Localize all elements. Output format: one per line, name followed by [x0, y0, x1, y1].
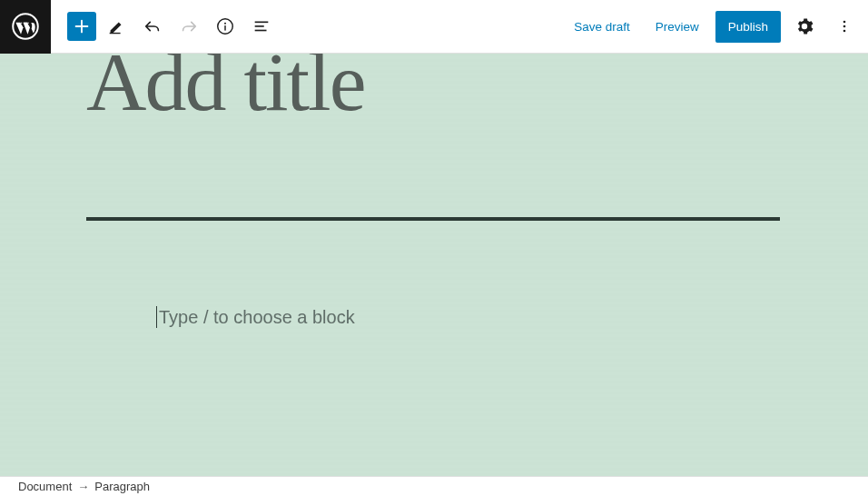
publish-button[interactable]: Publish [715, 11, 781, 43]
wordpress-logo[interactable] [0, 0, 51, 54]
title-divider [86, 217, 780, 221]
redo-button[interactable] [173, 10, 205, 43]
svg-point-9 [843, 25, 846, 28]
save-draft-button[interactable]: Save draft [565, 13, 639, 41]
svg-rect-5 [255, 22, 269, 24]
title-placeholder[interactable]: Add title [86, 54, 365, 130]
preview-button[interactable]: Preview [646, 13, 708, 41]
svg-point-3 [224, 23, 226, 25]
tools-button[interactable] [100, 10, 133, 43]
editor-canvas[interactable]: Add title Type / to choose a block [0, 54, 868, 476]
info-button[interactable] [209, 10, 242, 43]
paragraph-block[interactable]: Type / to choose a block [156, 306, 355, 328]
breadcrumb: Document → Paragraph [0, 476, 868, 496]
block-placeholder-text: Type / to choose a block [159, 307, 355, 328]
kebab-icon [835, 17, 853, 35]
info-icon [215, 16, 235, 36]
redo-icon [179, 16, 199, 36]
svg-rect-7 [255, 30, 267, 32]
svg-rect-4 [224, 25, 225, 31]
svg-point-10 [843, 30, 846, 33]
pencil-icon [106, 16, 126, 36]
svg-rect-6 [255, 25, 264, 27]
add-block-button[interactable] [67, 12, 96, 41]
more-options-button[interactable] [828, 10, 861, 43]
breadcrumb-current[interactable]: Paragraph [94, 480, 150, 493]
undo-button[interactable] [136, 10, 169, 43]
toolbar-left-group [67, 10, 278, 43]
top-toolbar: Save draft Preview Publish [0, 0, 868, 54]
arrow-right-icon: → [77, 480, 89, 493]
text-caret [156, 306, 157, 328]
outline-icon [252, 16, 271, 36]
svg-point-8 [843, 21, 846, 24]
wordpress-icon [12, 13, 39, 40]
gear-icon [794, 16, 814, 36]
breadcrumb-root[interactable]: Document [18, 480, 72, 493]
toolbar-right-group: Save draft Preview Publish [565, 10, 861, 43]
undo-icon [143, 16, 163, 36]
settings-button[interactable] [788, 10, 821, 43]
outline-button[interactable] [245, 10, 278, 43]
svg-rect-1 [110, 33, 121, 34]
plus-icon [72, 16, 92, 36]
